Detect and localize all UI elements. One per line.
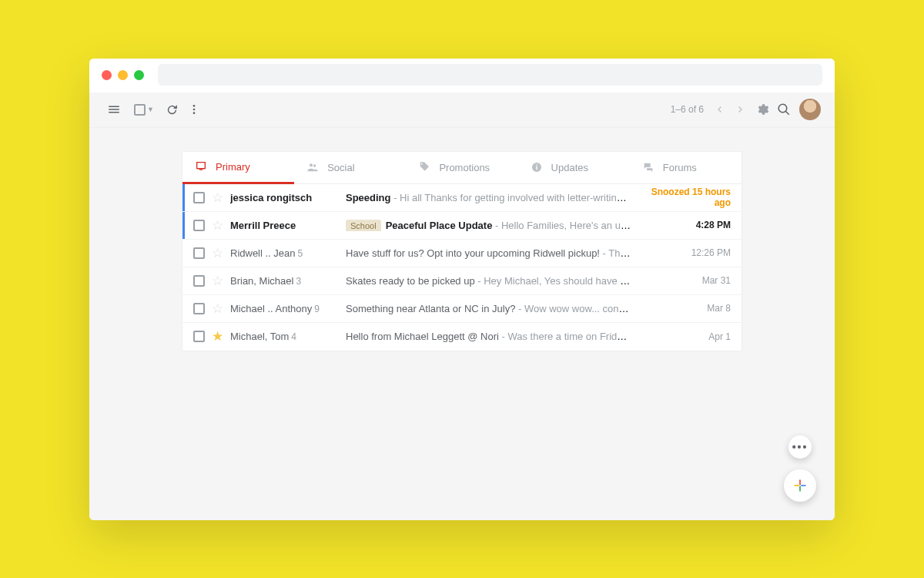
close-window-icon[interactable] [102, 70, 112, 80]
email-row[interactable]: ☆jessica rongitschSpeedingHi all Thanks … [182, 184, 742, 212]
timestamp: Mar 8 [631, 303, 731, 314]
row-checkbox[interactable] [193, 247, 212, 259]
refresh-button[interactable] [162, 99, 183, 120]
menu-button[interactable] [103, 99, 125, 120]
tag-icon [418, 161, 430, 173]
chevron-down-icon: ▼ [147, 106, 154, 113]
timestamp: Snoozed 15 hours ago [631, 187, 731, 208]
tab-label: Promotions [439, 162, 490, 173]
row-checkbox[interactable] [193, 192, 212, 203]
sender: Michael .. Anthony9 [230, 303, 346, 314]
email-body: Skates ready to be picked upHey Michael,… [346, 275, 631, 287]
more-button[interactable] [183, 99, 205, 120]
svg-rect-9 [799, 486, 801, 491]
email-row[interactable]: ★Michael, Tom4Hello from Michael Leggett… [182, 323, 742, 351]
email-row[interactable]: ☆Michael .. Anthony9Something near Atlan… [182, 295, 742, 323]
checkbox-icon [193, 303, 205, 314]
star-button[interactable]: ★ [212, 328, 230, 344]
row-checkbox[interactable] [193, 303, 212, 314]
star-button[interactable]: ☆ [212, 190, 230, 206]
timestamp: Apr 1 [631, 331, 731, 342]
checkbox-icon [193, 331, 205, 342]
star-icon: ☆ [212, 301, 223, 317]
row-checkbox[interactable] [193, 275, 212, 287]
email-rows: ☆jessica rongitschSpeedingHi all Thanks … [182, 184, 742, 351]
category-tabs: Primary Social Promotions Updates Forums [182, 152, 742, 184]
star-icon: ☆ [212, 273, 223, 289]
svg-point-1 [193, 109, 196, 111]
email-row[interactable]: ☆Brian, Michael3Skates ready to be picke… [182, 267, 742, 295]
svg-point-7 [536, 164, 537, 166]
compose-fab[interactable] [784, 469, 816, 502]
subject: Peaceful Place Update [386, 220, 493, 231]
star-button[interactable]: ☆ [212, 301, 230, 317]
email-body: Have stuff for us? Opt into your upcomin… [346, 247, 631, 259]
subject: Have stuff for us? Opt into your upcomin… [346, 247, 600, 259]
tab-forums[interactable]: Forums [630, 152, 742, 184]
timestamp: 12:26 PM [631, 247, 731, 258]
select-all-dropdown[interactable]: ▼ [134, 104, 154, 116]
sender: Michael, Tom4 [230, 331, 346, 342]
titlebar [89, 59, 835, 92]
star-icon: ☆ [212, 245, 223, 261]
svg-point-2 [193, 112, 196, 114]
search-button[interactable] [773, 99, 795, 120]
row-checkbox[interactable] [193, 220, 212, 231]
mail-list: Primary Social Promotions Updates Forums [182, 151, 742, 351]
dots-icon: ••• [792, 441, 808, 453]
tab-label: Updates [551, 162, 588, 173]
tab-label: Primary [216, 161, 250, 173]
svg-rect-8 [799, 479, 801, 485]
tab-updates[interactable]: Updates [518, 152, 630, 184]
search-icon [777, 102, 791, 116]
address-bar[interactable] [158, 64, 822, 86]
email-row[interactable]: ☆Merrill PreeceSchoolPeaceful Place Upda… [182, 212, 742, 240]
svg-rect-6 [536, 166, 537, 170]
timestamp: 4:28 PM [631, 220, 731, 230]
svg-point-0 [193, 105, 196, 107]
hamburger-icon [107, 102, 121, 116]
star-button[interactable]: ☆ [212, 217, 230, 234]
checkbox-icon [193, 220, 205, 231]
traffic-lights [102, 70, 144, 80]
next-page-button[interactable] [730, 99, 752, 120]
more-actions-fab[interactable]: ••• [788, 435, 812, 459]
svg-rect-10 [795, 485, 800, 486]
refresh-icon [166, 103, 179, 116]
row-checkbox[interactable] [193, 331, 212, 342]
category-label: School [346, 220, 381, 231]
settings-button[interactable] [752, 99, 773, 120]
minimize-window-icon[interactable] [118, 70, 128, 80]
email-body: Something near Atlanta or NC in July?Wow… [346, 303, 631, 314]
snippet: Hey Michael, Yes should have elbow pads … [475, 275, 631, 287]
inbox-icon [195, 160, 207, 173]
select-all-checkbox-icon [134, 104, 146, 116]
sender: Ridwell .. Jean5 [230, 247, 346, 259]
email-body: SchoolPeaceful Place UpdateHello Familie… [346, 220, 631, 231]
people-icon [306, 161, 319, 173]
gear-icon [755, 102, 769, 116]
star-button[interactable]: ☆ [212, 245, 230, 261]
tab-primary[interactable]: Primary [182, 152, 294, 184]
svg-point-3 [310, 163, 313, 166]
pagination-info: 1–6 of 6 [671, 104, 704, 115]
email-row[interactable]: ☆Ridwell .. Jean5Have stuff for us? Opt … [182, 240, 742, 267]
timestamp: Mar 31 [631, 275, 731, 286]
email-body: Hello from Michael Leggett @ NoriWas the… [346, 331, 631, 342]
svg-point-4 [313, 164, 316, 166]
tab-label: Forums [663, 162, 697, 173]
snippet: Hello Families, Here's an update on all … [492, 220, 631, 231]
snippet: Hi all Thanks for getting involved with … [391, 192, 631, 203]
checkbox-icon [193, 247, 205, 259]
maximize-window-icon[interactable] [134, 70, 144, 80]
chevron-right-icon [735, 103, 747, 116]
account-avatar[interactable] [799, 99, 821, 120]
tab-promotions[interactable]: Promotions [406, 152, 517, 184]
forum-icon [642, 161, 654, 173]
star-button[interactable]: ☆ [212, 273, 230, 289]
prev-page-button[interactable] [708, 99, 730, 120]
svg-rect-11 [801, 485, 806, 486]
info-icon [531, 161, 543, 173]
tab-social[interactable]: Social [294, 152, 406, 184]
sender: Brian, Michael3 [230, 275, 346, 287]
